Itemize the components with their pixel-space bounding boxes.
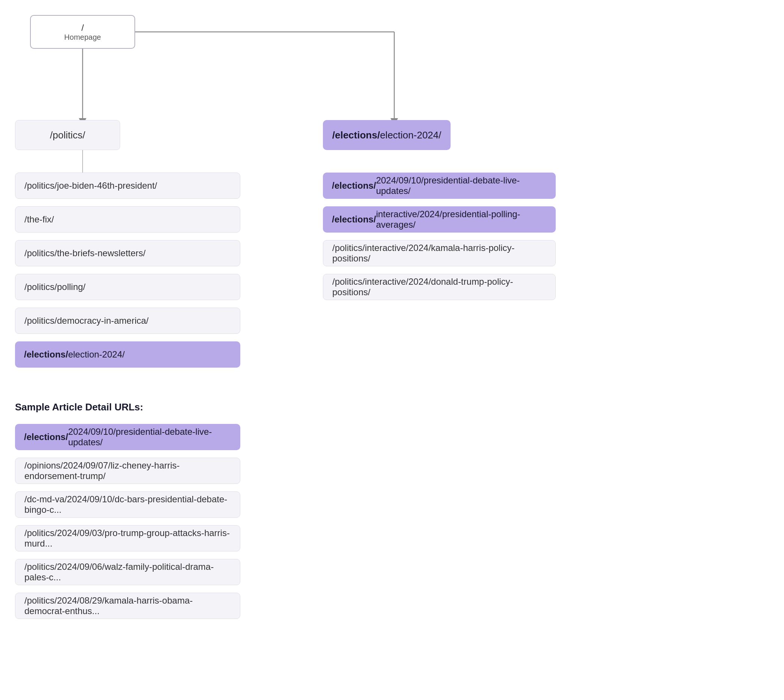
article-url-item: /politics/2024/08/29/kamala-harris-obama… xyxy=(15,593,240,619)
right-list-item: /elections/2024/09/10/presidential-debat… xyxy=(323,173,556,199)
list-item: /politics/polling/ xyxy=(15,274,240,300)
right-list-item: /politics/interactive/2024/donald-trump-… xyxy=(323,274,556,300)
article-url-item: /opinions/2024/09/07/liz-cheney-harris-e… xyxy=(15,458,240,484)
list-item: /politics/democracy-in-america/ xyxy=(15,308,240,334)
homepage-slash: / xyxy=(82,23,84,33)
list-item-elections: /elections/election-2024/ xyxy=(15,342,240,368)
homepage-label: Homepage xyxy=(64,33,101,42)
section-label: Sample Article Detail URLs: xyxy=(15,402,143,413)
elections-right-node: /elections/election-2024/ xyxy=(323,120,451,150)
list-item: /politics/joe-biden-46th-president/ xyxy=(15,173,240,199)
article-url-item: /politics/2024/09/03/pro-trump-group-att… xyxy=(15,525,240,552)
homepage-node: / Homepage xyxy=(30,15,135,49)
right-list-item: /elections/interactive/2024/presidential… xyxy=(323,206,556,233)
list-item: /the-fix/ xyxy=(15,206,240,233)
politics-node: /politics/ xyxy=(15,120,120,150)
list-item: /politics/the-briefs-newsletters/ xyxy=(15,240,240,266)
diagram-container: / Homepage /politics/ /elections/electio… xyxy=(0,0,784,700)
article-url-item: /politics/2024/09/06/walz-family-politic… xyxy=(15,559,240,585)
article-url-item: /elections/2024/09/10/presidential-debat… xyxy=(15,424,240,450)
article-url-item: /dc-md-va/2024/09/10/dc-bars-presidentia… xyxy=(15,492,240,518)
right-list-item: /politics/interactive/2024/kamala-harris… xyxy=(323,240,556,266)
